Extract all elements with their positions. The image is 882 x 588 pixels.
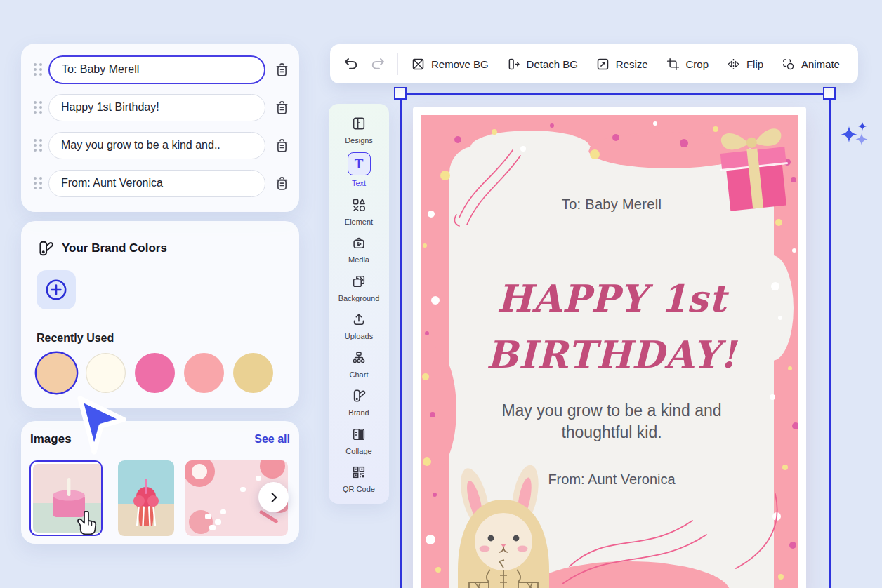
images-title: Images xyxy=(30,432,72,446)
animate-button[interactable]: Animate xyxy=(779,53,841,76)
undo-button[interactable] xyxy=(341,54,361,74)
sidebar-label: Designs xyxy=(345,136,373,145)
animate-label: Animate xyxy=(801,58,840,70)
toolbar-divider xyxy=(397,53,398,75)
sidebar-item-collage[interactable]: Collage xyxy=(345,425,371,455)
element-icon xyxy=(350,196,368,214)
collage-icon xyxy=(350,425,368,443)
color-swatch-pink[interactable] xyxy=(135,353,175,393)
delete-layer-button[interactable] xyxy=(272,135,292,156)
sidebar-label: Text xyxy=(352,179,366,187)
trash-icon xyxy=(273,61,291,79)
selection-handle-top-left[interactable] xyxy=(394,87,407,100)
sidebar-label: Brand xyxy=(348,408,369,417)
images-panel: Images See all xyxy=(21,421,299,544)
sidebar-item-text[interactable]: T Text xyxy=(348,152,371,187)
sidebar-item-chart[interactable]: Chart xyxy=(350,349,369,379)
text-layer-input[interactable] xyxy=(48,170,265,197)
redo-icon xyxy=(369,55,386,72)
drag-handle[interactable] xyxy=(34,101,42,114)
sidebar-label: Element xyxy=(345,218,373,226)
sidebar-item-brand[interactable]: Brand xyxy=(348,387,369,417)
color-swatch-salmon[interactable] xyxy=(184,353,224,393)
media-icon xyxy=(350,234,368,252)
color-swatch-tan[interactable] xyxy=(233,353,273,393)
drag-handle[interactable] xyxy=(34,63,42,76)
crop-button[interactable]: Crop xyxy=(664,53,711,76)
uploads-icon xyxy=(350,310,368,328)
selection-border-top xyxy=(401,93,830,95)
sparkles-icon xyxy=(837,116,871,156)
background-icon xyxy=(350,272,368,290)
sidebar-item-background[interactable]: Background xyxy=(338,272,380,302)
tool-sidebar: Designs T Text Element Media Background … xyxy=(329,104,389,504)
cupcake-photo xyxy=(118,460,174,536)
sidebar-item-element[interactable]: Element xyxy=(345,196,373,226)
chevron-right-icon xyxy=(267,490,281,505)
text-layer-input[interactable] xyxy=(48,132,265,159)
delete-layer-button[interactable] xyxy=(272,173,292,194)
detach-bg-button[interactable]: Detach BG xyxy=(505,53,579,76)
text-icon: T xyxy=(348,152,371,175)
see-all-link[interactable]: See all xyxy=(254,433,290,446)
squiggle-decoration xyxy=(448,147,539,233)
flip-label: Flip xyxy=(746,58,763,70)
trash-icon xyxy=(273,175,291,192)
remove-bg-button[interactable]: Remove BG xyxy=(409,53,490,76)
sidebar-item-media[interactable]: Media xyxy=(348,234,369,264)
toolbar: Remove BG Detach BG Resize Crop Flip Ani… xyxy=(330,44,858,83)
ai-sparkles-button[interactable] xyxy=(837,116,871,156)
next-images-button[interactable] xyxy=(258,482,289,512)
designs-icon xyxy=(350,114,368,133)
resize-icon xyxy=(595,57,610,72)
drag-handle[interactable] xyxy=(34,177,42,189)
flip-button[interactable]: Flip xyxy=(725,53,765,76)
image-thumbnail-cupcake[interactable] xyxy=(118,460,174,536)
brand-colors-title: Your Brand Colors xyxy=(62,241,167,255)
delete-layer-button[interactable] xyxy=(272,60,292,80)
card-message-text[interactable]: May you grow to be a kind and thoughtful… xyxy=(434,400,789,443)
card-message-line2: thoughtful kid. xyxy=(434,422,789,443)
cake-photo xyxy=(33,464,103,533)
add-brand-color-button[interactable] xyxy=(37,270,76,309)
sidebar-label: Uploads xyxy=(345,332,373,340)
qr-code-icon xyxy=(350,463,368,481)
sidebar-item-designs[interactable]: Designs xyxy=(345,114,373,145)
squiggle-decoration xyxy=(559,493,791,588)
sidebar-label: Media xyxy=(348,255,369,264)
text-layer-input[interactable] xyxy=(48,55,265,84)
sidebar-label: Chart xyxy=(350,370,369,379)
color-swatch-ivory[interactable] xyxy=(86,353,126,393)
detach-bg-label: Detach BG xyxy=(527,58,578,70)
image-thumbnail-cake[interactable] xyxy=(29,460,103,536)
sidebar-label: Collage xyxy=(345,447,371,455)
drag-handle[interactable] xyxy=(34,139,42,152)
card-canvas[interactable]: To: Baby Merell HAPPY 1st BIRTHDAY! May … xyxy=(413,107,806,588)
brand-colors-icon xyxy=(37,239,55,258)
brand-colors-panel: Your Brand Colors Recently Used xyxy=(21,221,299,408)
detach-bg-icon xyxy=(506,57,521,72)
animate-icon xyxy=(781,57,796,72)
card-headline-line1[interactable]: HAPPY 1st xyxy=(434,276,789,320)
resize-button[interactable]: Resize xyxy=(594,53,650,76)
card-to-text[interactable]: To: Baby Merell xyxy=(434,196,789,213)
brand-icon xyxy=(350,387,368,405)
sidebar-item-qr-code[interactable]: QR Code xyxy=(343,463,375,493)
selection-handle-top-right[interactable] xyxy=(823,87,836,100)
sidebar-label: QR Code xyxy=(343,485,375,493)
color-swatch-peach[interactable] xyxy=(37,353,77,393)
recently-used-label: Recently Used xyxy=(37,332,114,345)
card-from-text[interactable]: From: Aunt Veronica xyxy=(434,472,789,488)
text-layer-input[interactable] xyxy=(48,94,265,121)
card-message-line1: May you grow to be a kind and xyxy=(434,400,789,422)
text-layers-panel xyxy=(21,44,299,212)
app-workspace: To: Baby Merell HAPPY 1st BIRTHDAY! May … xyxy=(0,0,882,588)
flip-icon xyxy=(726,57,741,72)
sidebar-label: Background xyxy=(338,294,380,302)
card-headline-line2[interactable]: BIRTHDAY! xyxy=(434,333,789,376)
sidebar-item-uploads[interactable]: Uploads xyxy=(345,310,373,340)
delete-layer-button[interactable] xyxy=(272,98,292,118)
redo-button[interactable] xyxy=(368,54,388,74)
crop-label: Crop xyxy=(686,58,709,70)
remove-bg-icon xyxy=(411,57,426,72)
